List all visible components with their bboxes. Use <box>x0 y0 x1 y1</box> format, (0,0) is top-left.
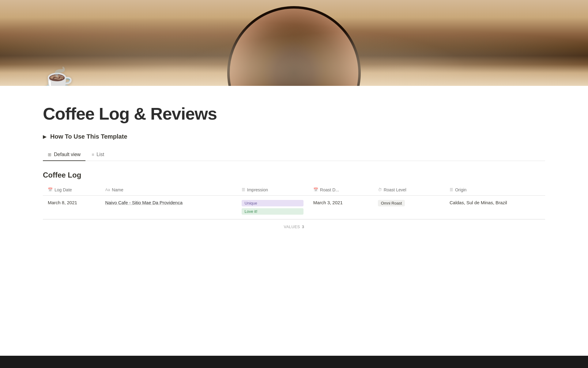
values-label: VALUES <box>284 224 300 229</box>
lines-icon: ☰ <box>450 187 453 192</box>
col-label-impression: Impression <box>247 187 268 192</box>
col-header-roast-level[interactable]: ⏱ Roast Level <box>373 184 445 196</box>
timer-icon: ⏱ <box>378 187 382 192</box>
col-header-name[interactable]: Aa Name <box>100 184 236 196</box>
col-label-name: Name <box>112 187 123 192</box>
col-label-roast-date: Roast D... <box>320 187 339 192</box>
roast-level-tag[interactable]: Omni Roast <box>378 200 405 206</box>
cell-roast-date: March 3, 2021 <box>308 195 373 219</box>
toggle-label: How To Use This Template <box>50 133 127 140</box>
calendar2-icon: 📅 <box>313 187 318 192</box>
table-row[interactable]: March 8, 2021 Naivo Cafe - Sitio Mae Da … <box>43 195 545 219</box>
impression-tag-unique[interactable]: Unique <box>242 200 303 206</box>
col-label-log-date: Log Date <box>55 187 72 192</box>
col-header-log-date[interactable]: 📅 Log Date <box>43 184 100 196</box>
col-header-origin[interactable]: ☰ Origin <box>445 184 545 196</box>
how-to-use-toggle[interactable]: ▶ How To Use This Template <box>43 133 545 140</box>
table-header-row: 📅 Log Date Aa Name ☰ Impression <box>43 184 545 196</box>
tab-default-label: Default view <box>54 152 81 157</box>
toggle-arrow-icon: ▶ <box>43 134 47 140</box>
col-header-roast-date[interactable]: 📅 Roast D... <box>308 184 373 196</box>
table-footer: VALUES 3 <box>43 219 545 234</box>
coffee-name-link[interactable]: Naivo Cafe - Sitio Mae Da Providenca <box>105 200 183 205</box>
tab-list-view[interactable]: ≡ List <box>87 149 109 161</box>
calendar-icon: 📅 <box>48 187 53 192</box>
list-lines-icon: ☰ <box>242 187 245 192</box>
col-label-origin: Origin <box>455 187 466 192</box>
cell-name[interactable]: Naivo Cafe - Sitio Mae Da Providenca <box>100 195 236 219</box>
section-heading: Coffee Log <box>43 171 545 179</box>
page-content: Coffee Log & Reviews ▶ How To Use This T… <box>0 86 588 246</box>
coffee-log-table: 📅 Log Date Aa Name ☰ Impression <box>43 184 545 219</box>
cell-log-date: March 8, 2021 <box>43 195 100 219</box>
list-icon: ≡ <box>92 152 94 157</box>
values-count: 3 <box>302 224 304 229</box>
impression-tag-love-it[interactable]: Love it! <box>242 208 303 215</box>
page-icon: ☕ <box>43 66 74 86</box>
grid-icon: ⊞ <box>48 152 51 157</box>
page-title: Coffee Log & Reviews <box>43 104 545 123</box>
col-label-roast-level: Roast Level <box>384 187 406 192</box>
tab-list-label: List <box>96 152 104 157</box>
tab-default-view[interactable]: ⊞ Default view <box>43 149 85 161</box>
impression-tags: Unique Love it! <box>242 200 303 215</box>
cell-origin: Caldas, Sul de Minas, Brazil <box>445 195 545 219</box>
col-header-impression[interactable]: ☰ Impression <box>237 184 308 196</box>
bottom-bar <box>0 356 588 368</box>
cell-roast-level: Omni Roast <box>373 195 445 219</box>
hero-banner: ☕ <box>0 0 588 86</box>
text-icon: Aa <box>105 187 110 192</box>
cell-impression: Unique Love it! <box>237 195 308 219</box>
view-tabs: ⊞ Default view ≡ List <box>43 149 545 161</box>
